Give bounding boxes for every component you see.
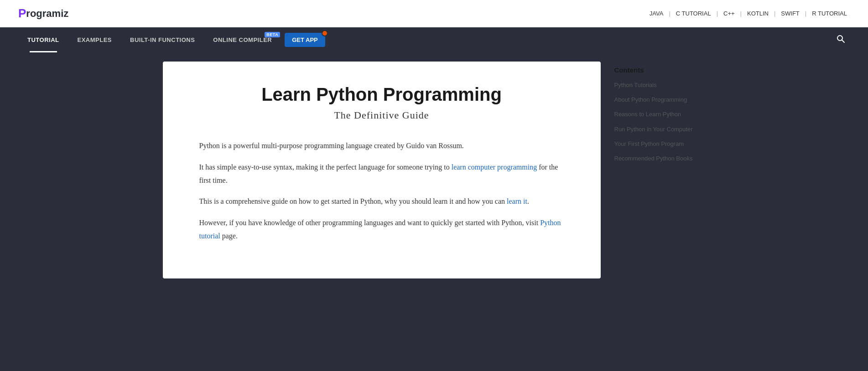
top-nav-sep-4: | <box>774 10 775 17</box>
paragraph-2: It has simple easy-to-use syntax, making… <box>199 161 564 187</box>
top-nav-kotlin[interactable]: KOTLIN <box>744 10 771 17</box>
nav-online-compiler-label: ONLINE COMPILER <box>213 36 272 43</box>
nav-bar: TUTORIAL EXAMPLES BUILT-IN FUNCTIONS ONL… <box>0 27 868 52</box>
toc-item-run-python[interactable]: Run Python in Your Computer <box>614 125 706 134</box>
article-title: Learn Python Programming <box>199 84 564 105</box>
nav-online-compiler[interactable]: ONLINE COMPILER beta <box>204 27 281 52</box>
get-app-button[interactable]: GET APP <box>285 33 325 47</box>
logo-p-letter: P <box>18 6 26 21</box>
content-card: Learn Python Programming The Definitive … <box>163 62 601 278</box>
link-python-tutorial[interactable]: Python tutorial <box>199 219 561 240</box>
toc-item-about-python[interactable]: About Python Programming <box>614 96 706 104</box>
svg-line-1 <box>842 40 845 43</box>
logo-text: rogramiz <box>26 8 68 20</box>
notification-dot <box>322 30 328 36</box>
top-navigation: JAVA | C TUTORIAL | C++ | KOTLIN | SWIFT… <box>647 10 850 17</box>
paragraph-3: This is a comprehensive guide on how to … <box>199 195 564 208</box>
inner-flex: Learn Python Programming The Definitive … <box>120 62 749 278</box>
top-nav-sep-1: | <box>669 10 670 17</box>
paragraph-1: Python is a powerful multi-purpose progr… <box>199 139 564 153</box>
top-nav-r-tutorial[interactable]: R TUTORIAL <box>809 10 850 17</box>
beta-badge: beta <box>265 32 280 37</box>
toc-item-python-tutorials[interactable]: Python Tutorials <box>614 81 706 89</box>
logo[interactable]: Programiz <box>18 6 68 21</box>
top-nav-cpp[interactable]: C++ <box>721 10 738 17</box>
top-nav-java[interactable]: JAVA <box>647 10 666 17</box>
get-app-label: GET APP <box>292 36 318 43</box>
link-learn-computer-programming[interactable]: learn computer programming <box>452 163 537 171</box>
article-body: Python is a powerful multi-purpose progr… <box>199 139 564 243</box>
link-learn-it[interactable]: learn it <box>507 197 527 205</box>
main-wrapper: Learn Python Programming The Definitive … <box>0 52 868 288</box>
toc-item-reasons[interactable]: Reasons to Learn Python <box>614 110 706 119</box>
top-nav-swift[interactable]: SWIFT <box>778 10 802 17</box>
toc-item-first-program[interactable]: Your First Python Program <box>614 140 706 148</box>
paragraph-4: However, if you have knowledge of other … <box>199 216 564 243</box>
toc-sidebar: Contents Python Tutorials About Python P… <box>614 62 706 169</box>
article-subtitle: The Definitive Guide <box>199 109 564 121</box>
toc-title: Contents <box>614 66 706 74</box>
toc-item-recommended-books[interactable]: Recommended Python Books <box>614 155 706 163</box>
search-button[interactable] <box>832 34 850 46</box>
nav-examples[interactable]: EXAMPLES <box>68 27 121 52</box>
nav-built-in-functions[interactable]: BUILT-IN FUNCTIONS <box>121 27 204 52</box>
nav-tutorial[interactable]: TUTORIAL <box>18 27 68 52</box>
top-bar: Programiz JAVA | C TUTORIAL | C++ | KOTL… <box>0 0 868 27</box>
top-nav-sep-5: | <box>805 10 806 17</box>
top-nav-c-tutorial[interactable]: C TUTORIAL <box>673 10 714 17</box>
top-nav-sep-2: | <box>717 10 718 17</box>
top-nav-sep-3: | <box>740 10 742 17</box>
